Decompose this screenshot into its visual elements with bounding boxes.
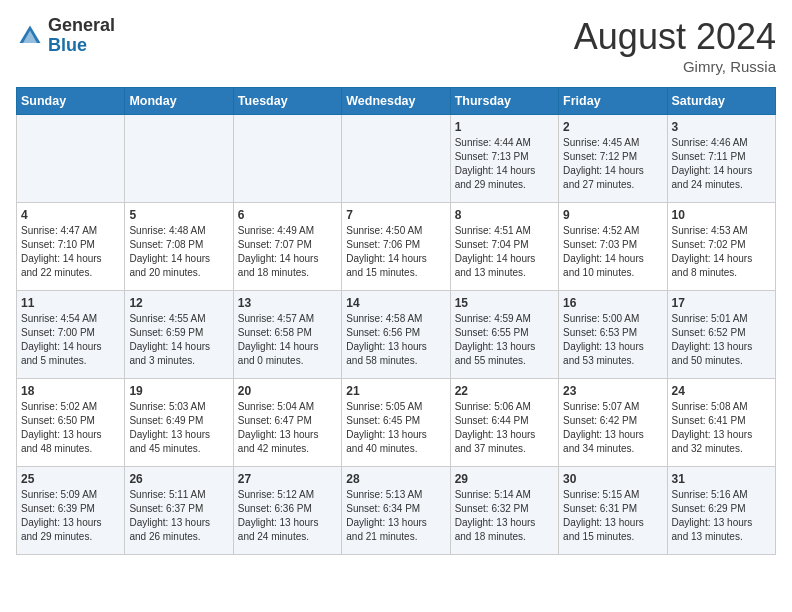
day-info: Sunrise: 4:55 AM Sunset: 6:59 PM Dayligh… [129,312,228,368]
day-number: 10 [672,208,771,222]
logo: General Blue [16,16,115,56]
day-info: Sunrise: 4:57 AM Sunset: 6:58 PM Dayligh… [238,312,337,368]
day-info: Sunrise: 4:54 AM Sunset: 7:00 PM Dayligh… [21,312,120,368]
day-number: 29 [455,472,554,486]
calendar-cell: 28Sunrise: 5:13 AM Sunset: 6:34 PM Dayli… [342,467,450,555]
calendar-cell: 5Sunrise: 4:48 AM Sunset: 7:08 PM Daylig… [125,203,233,291]
day-info: Sunrise: 4:50 AM Sunset: 7:06 PM Dayligh… [346,224,445,280]
day-number: 25 [21,472,120,486]
day-number: 11 [21,296,120,310]
day-number: 20 [238,384,337,398]
day-info: Sunrise: 4:45 AM Sunset: 7:12 PM Dayligh… [563,136,662,192]
calendar-cell: 10Sunrise: 4:53 AM Sunset: 7:02 PM Dayli… [667,203,775,291]
day-info: Sunrise: 5:03 AM Sunset: 6:49 PM Dayligh… [129,400,228,456]
calendar-cell: 11Sunrise: 4:54 AM Sunset: 7:00 PM Dayli… [17,291,125,379]
logo-general: General [48,16,115,36]
logo-text: General Blue [48,16,115,56]
week-row-1: 1Sunrise: 4:44 AM Sunset: 7:13 PM Daylig… [17,115,776,203]
day-number: 12 [129,296,228,310]
page-header: General Blue August 2024 Gimry, Russia [16,16,776,75]
day-number: 17 [672,296,771,310]
calendar-cell: 14Sunrise: 4:58 AM Sunset: 6:56 PM Dayli… [342,291,450,379]
calendar-cell: 24Sunrise: 5:08 AM Sunset: 6:41 PM Dayli… [667,379,775,467]
day-info: Sunrise: 5:00 AM Sunset: 6:53 PM Dayligh… [563,312,662,368]
calendar-cell: 20Sunrise: 5:04 AM Sunset: 6:47 PM Dayli… [233,379,341,467]
day-number: 30 [563,472,662,486]
day-info: Sunrise: 5:08 AM Sunset: 6:41 PM Dayligh… [672,400,771,456]
day-number: 6 [238,208,337,222]
day-number: 28 [346,472,445,486]
weekday-header-wednesday: Wednesday [342,88,450,115]
day-info: Sunrise: 4:44 AM Sunset: 7:13 PM Dayligh… [455,136,554,192]
day-info: Sunrise: 5:16 AM Sunset: 6:29 PM Dayligh… [672,488,771,544]
calendar-cell: 23Sunrise: 5:07 AM Sunset: 6:42 PM Dayli… [559,379,667,467]
day-number: 22 [455,384,554,398]
day-info: Sunrise: 4:53 AM Sunset: 7:02 PM Dayligh… [672,224,771,280]
week-row-2: 4Sunrise: 4:47 AM Sunset: 7:10 PM Daylig… [17,203,776,291]
calendar-cell [125,115,233,203]
day-number: 24 [672,384,771,398]
day-number: 21 [346,384,445,398]
calendar-cell [342,115,450,203]
calendar-cell: 29Sunrise: 5:14 AM Sunset: 6:32 PM Dayli… [450,467,558,555]
weekday-header-sunday: Sunday [17,88,125,115]
calendar-cell: 7Sunrise: 4:50 AM Sunset: 7:06 PM Daylig… [342,203,450,291]
day-info: Sunrise: 4:52 AM Sunset: 7:03 PM Dayligh… [563,224,662,280]
week-row-3: 11Sunrise: 4:54 AM Sunset: 7:00 PM Dayli… [17,291,776,379]
day-info: Sunrise: 4:58 AM Sunset: 6:56 PM Dayligh… [346,312,445,368]
day-number: 5 [129,208,228,222]
calendar-cell: 25Sunrise: 5:09 AM Sunset: 6:39 PM Dayli… [17,467,125,555]
day-info: Sunrise: 4:47 AM Sunset: 7:10 PM Dayligh… [21,224,120,280]
calendar-cell: 9Sunrise: 4:52 AM Sunset: 7:03 PM Daylig… [559,203,667,291]
day-number: 27 [238,472,337,486]
day-number: 31 [672,472,771,486]
calendar-cell: 16Sunrise: 5:00 AM Sunset: 6:53 PM Dayli… [559,291,667,379]
calendar-cell: 8Sunrise: 4:51 AM Sunset: 7:04 PM Daylig… [450,203,558,291]
day-info: Sunrise: 5:04 AM Sunset: 6:47 PM Dayligh… [238,400,337,456]
week-row-4: 18Sunrise: 5:02 AM Sunset: 6:50 PM Dayli… [17,379,776,467]
calendar-cell: 1Sunrise: 4:44 AM Sunset: 7:13 PM Daylig… [450,115,558,203]
day-info: Sunrise: 5:14 AM Sunset: 6:32 PM Dayligh… [455,488,554,544]
calendar-cell: 18Sunrise: 5:02 AM Sunset: 6:50 PM Dayli… [17,379,125,467]
day-number: 18 [21,384,120,398]
day-number: 8 [455,208,554,222]
day-info: Sunrise: 5:01 AM Sunset: 6:52 PM Dayligh… [672,312,771,368]
day-info: Sunrise: 4:59 AM Sunset: 6:55 PM Dayligh… [455,312,554,368]
calendar-cell: 27Sunrise: 5:12 AM Sunset: 6:36 PM Dayli… [233,467,341,555]
weekday-header-thursday: Thursday [450,88,558,115]
calendar-cell: 17Sunrise: 5:01 AM Sunset: 6:52 PM Dayli… [667,291,775,379]
week-row-5: 25Sunrise: 5:09 AM Sunset: 6:39 PM Dayli… [17,467,776,555]
day-info: Sunrise: 4:49 AM Sunset: 7:07 PM Dayligh… [238,224,337,280]
calendar-cell: 2Sunrise: 4:45 AM Sunset: 7:12 PM Daylig… [559,115,667,203]
day-number: 15 [455,296,554,310]
day-number: 7 [346,208,445,222]
day-number: 14 [346,296,445,310]
month-title: August 2024 [574,16,776,58]
day-info: Sunrise: 4:51 AM Sunset: 7:04 PM Dayligh… [455,224,554,280]
title-block: August 2024 Gimry, Russia [574,16,776,75]
day-number: 26 [129,472,228,486]
day-info: Sunrise: 4:48 AM Sunset: 7:08 PM Dayligh… [129,224,228,280]
calendar-cell: 22Sunrise: 5:06 AM Sunset: 6:44 PM Dayli… [450,379,558,467]
day-number: 2 [563,120,662,134]
day-number: 1 [455,120,554,134]
calendar-cell: 30Sunrise: 5:15 AM Sunset: 6:31 PM Dayli… [559,467,667,555]
day-info: Sunrise: 5:12 AM Sunset: 6:36 PM Dayligh… [238,488,337,544]
calendar-cell: 15Sunrise: 4:59 AM Sunset: 6:55 PM Dayli… [450,291,558,379]
day-number: 16 [563,296,662,310]
logo-icon [16,22,44,50]
weekday-header-monday: Monday [125,88,233,115]
day-info: Sunrise: 5:11 AM Sunset: 6:37 PM Dayligh… [129,488,228,544]
day-info: Sunrise: 5:02 AM Sunset: 6:50 PM Dayligh… [21,400,120,456]
location: Gimry, Russia [574,58,776,75]
calendar-header: SundayMondayTuesdayWednesdayThursdayFrid… [17,88,776,115]
day-info: Sunrise: 5:13 AM Sunset: 6:34 PM Dayligh… [346,488,445,544]
calendar-cell: 6Sunrise: 4:49 AM Sunset: 7:07 PM Daylig… [233,203,341,291]
calendar-cell: 12Sunrise: 4:55 AM Sunset: 6:59 PM Dayli… [125,291,233,379]
day-info: Sunrise: 5:06 AM Sunset: 6:44 PM Dayligh… [455,400,554,456]
day-number: 3 [672,120,771,134]
calendar-cell: 13Sunrise: 4:57 AM Sunset: 6:58 PM Dayli… [233,291,341,379]
day-info: Sunrise: 5:15 AM Sunset: 6:31 PM Dayligh… [563,488,662,544]
weekday-header-friday: Friday [559,88,667,115]
calendar-cell [233,115,341,203]
